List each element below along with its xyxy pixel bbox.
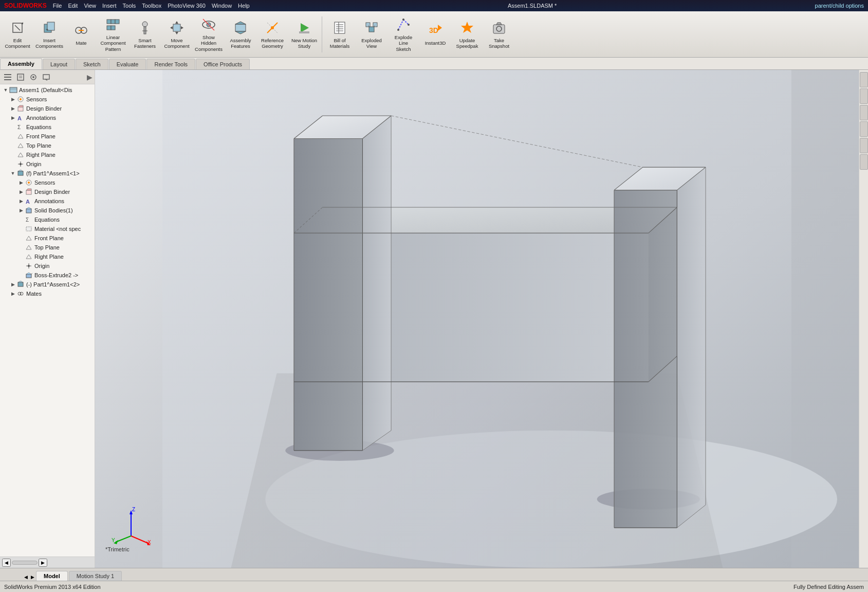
tree-item-designbinder-root[interactable]: ▶ Design Binder [0, 104, 95, 113]
tree-item-annotations-root[interactable]: ▶ A Annotations [0, 113, 95, 122]
panel-icon-propertytree[interactable] [15, 71, 26, 83]
part1-1-expander[interactable]: ▼ [9, 170, 16, 177]
tab-render-tools[interactable]: Render Tools [146, 59, 195, 69]
parent-child-options[interactable]: parent/child options [815, 3, 864, 9]
update-speedpak-button[interactable]: UpdateSpeedpak [452, 14, 483, 55]
solidbodies-1-expander[interactable]: ▶ [17, 207, 25, 214]
panel-scroll-area[interactable]: ◀ ▶ [0, 557, 95, 568]
panel-scrollbar[interactable] [12, 561, 38, 565]
menu-window[interactable]: Window [212, 3, 232, 9]
tree-item-solidbodies-1[interactable]: ▶ Solid Bodies(1) [0, 206, 95, 215]
menu-help[interactable]: Help [238, 3, 250, 9]
linear-component-button[interactable]: LinearComponentPattern [98, 14, 128, 55]
menu-view[interactable]: View [84, 3, 96, 9]
tree-root[interactable]: ▼ Assem1 (Default<Dis [0, 85, 95, 95]
panel-scroll-right[interactable]: ▶ [39, 559, 47, 567]
bottom-tab-model[interactable]: Model [36, 571, 68, 581]
topplane-root-expander[interactable] [9, 142, 16, 149]
origin-1-expander[interactable] [17, 262, 25, 270]
menu-file[interactable]: File [53, 3, 62, 9]
instant3d-button[interactable]: 3D Instant3D [420, 14, 451, 55]
tab-sketch[interactable]: Sketch [76, 59, 108, 69]
menu-toolbox[interactable]: Toolbox [142, 3, 161, 9]
mates-expander[interactable]: ▶ [9, 290, 16, 297]
rp-btn-3[interactable] [860, 105, 868, 120]
tree-item-part1-1[interactable]: ▼ (f) Part1^Assem1<1> [0, 169, 95, 178]
rp-btn-6[interactable] [860, 154, 868, 170]
exploded-view-button[interactable]: ExplodedView [356, 14, 387, 55]
new-motion-study-button[interactable]: New MotionStudy [289, 14, 320, 55]
3d-viewport[interactable]: 🔍 ➕ ➖ ↺ ⊡ ◧ 👁 🎨 ✂ [95, 70, 859, 568]
panel-icon-config[interactable] [28, 71, 39, 83]
tree-item-part1-2[interactable]: ▶ (-) Part1^Assem1<2> [0, 280, 95, 289]
take-snapshot-button[interactable]: TakeSnapshot [484, 14, 514, 55]
tree-item-topplane-root[interactable]: Top Plane [0, 141, 95, 150]
move-component-button[interactable]: MoveComponent [161, 14, 192, 55]
bottom-scroll-right[interactable]: ▶ [29, 573, 36, 581]
rp-btn-5[interactable] [860, 138, 868, 153]
tree-item-rightplane-root[interactable]: Right Plane [0, 150, 95, 159]
panel-collapse-arrow[interactable]: ▶ [87, 73, 93, 81]
tree-item-frontplane-1[interactable]: Front Plane [0, 234, 95, 243]
tree-item-origin-1[interactable]: Origin [0, 261, 95, 271]
tree-item-boss-extrude2[interactable]: Boss-Extrude2 -> [0, 271, 95, 280]
origin-root-expander[interactable] [9, 160, 16, 168]
edit-component-button[interactable]: EditComponent [2, 14, 33, 55]
part1-2-expander[interactable]: ▶ [9, 281, 16, 288]
tree-item-sensors-root[interactable]: ▶ Sensors [0, 95, 95, 104]
tree-item-material-1[interactable]: Material <not spec [0, 224, 95, 234]
rp-btn-2[interactable] [860, 88, 868, 104]
rightplane-root-icon [16, 151, 25, 159]
tab-office-products[interactable]: Office Products [196, 59, 250, 69]
panel-scroll-left[interactable]: ◀ [2, 559, 11, 567]
tree-item-equations-root[interactable]: Σ Equations [0, 122, 95, 132]
frontplane-1-expander[interactable] [17, 235, 25, 242]
show-hidden-button[interactable]: ShowHiddenComponents [193, 14, 224, 55]
tree-item-frontplane-root[interactable]: Front Plane [0, 132, 95, 141]
mate-button[interactable]: Mate [66, 14, 97, 55]
boss-extrude2-expander[interactable] [17, 272, 25, 279]
tree-item-origin-root[interactable]: Origin [0, 159, 95, 169]
menu-tools[interactable]: Tools [123, 3, 136, 9]
designbinder-root-expander[interactable]: ▶ [9, 105, 16, 112]
tree-item-equations-1[interactable]: Σ Equations [0, 215, 95, 224]
menu-photoview[interactable]: PhotoView 360 [168, 3, 206, 9]
panel-icon-display[interactable] [41, 71, 52, 83]
root-expander[interactable]: ▼ [2, 86, 9, 94]
reference-geometry-button[interactable]: ReferenceGeometry [257, 14, 288, 55]
insert-components-button[interactable]: + InsertComponents [34, 14, 65, 55]
bill-of-materials-button[interactable]: Bill ofMaterials [324, 14, 355, 55]
tab-layout[interactable]: Layout [43, 59, 75, 69]
annotations-1-expander[interactable]: ▶ [17, 198, 25, 205]
smart-fasteners-button[interactable]: SmartFasteners [130, 14, 160, 55]
rightplane-1-expander[interactable] [17, 253, 25, 260]
tree-item-topplane-1[interactable]: Top Plane [0, 243, 95, 252]
panel-icon-featuretree[interactable] [2, 71, 13, 83]
rp-btn-4[interactable] [860, 121, 868, 137]
annotations-root-expander[interactable]: ▶ [9, 114, 16, 121]
assembly-features-button[interactable]: AssemblyFeatures [225, 14, 256, 55]
menu-edit[interactable]: Edit [68, 3, 78, 9]
rightplane-root-expander[interactable] [9, 151, 16, 158]
frontplane-root-expander[interactable] [9, 133, 16, 140]
material-1-expander[interactable] [17, 225, 25, 232]
tree-item-sensors-1[interactable]: ▶ Sensors [0, 178, 95, 187]
rp-btn-1[interactable] [860, 72, 868, 87]
tab-evaluate[interactable]: Evaluate [109, 59, 146, 69]
equations-root-expander[interactable] [9, 123, 16, 131]
tree-item-rightplane-1[interactable]: Right Plane [0, 252, 95, 261]
menu-insert[interactable]: Insert [102, 3, 117, 9]
sensors-1-expander[interactable]: ▶ [17, 179, 25, 186]
tree-item-designbinder-1[interactable]: ▶ Design Binder [0, 187, 95, 196]
tree-item-mates[interactable]: ▶ Mates [0, 289, 95, 298]
tree-item-annotations-1[interactable]: ▶ A Annotations [0, 196, 95, 206]
equations-1-expander[interactable] [17, 216, 25, 223]
explode-line-sketch-button[interactable]: ExplodeLineSketch [388, 14, 419, 55]
bottom-tab-motion-study[interactable]: Motion Study 1 [69, 571, 122, 581]
topplane-1-expander[interactable] [17, 244, 25, 251]
tab-assembly[interactable]: Assembly [0, 58, 42, 69]
bottom-scroll-left[interactable]: ◀ [23, 573, 29, 581]
menu-bar[interactable]: File Edit View Insert Tools Toolbox Phot… [53, 3, 250, 9]
designbinder-1-expander[interactable]: ▶ [17, 188, 25, 195]
sensors-root-expander[interactable]: ▶ [9, 96, 16, 103]
